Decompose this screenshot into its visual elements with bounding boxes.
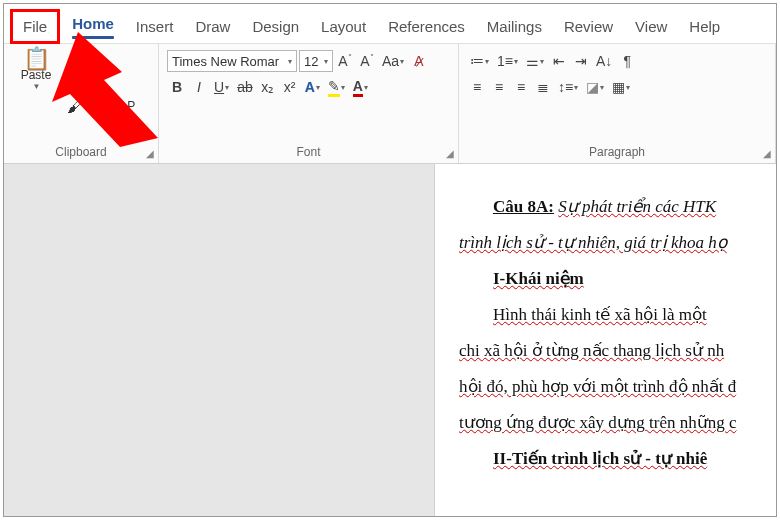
strike-button[interactable]: ab <box>234 76 256 98</box>
highlight-button[interactable]: ✎▾ <box>325 76 348 98</box>
bullets-icon: ≔ <box>470 53 484 69</box>
sort-button[interactable]: A↓ <box>593 50 615 72</box>
numbering-icon: 1≡ <box>497 53 513 69</box>
line-spacing-icon: ↕≡ <box>558 79 573 95</box>
copy-icon: ⧉ <box>65 75 83 93</box>
cut-button[interactable]: ✂ <box>63 52 137 72</box>
scissors-icon: ✂ <box>65 53 83 71</box>
italic-button[interactable]: I <box>189 76 209 98</box>
tab-insert[interactable]: Insert <box>126 12 184 41</box>
pilcrow-icon: ¶ <box>624 53 632 69</box>
group-label-paragraph: Paragraph <box>467 143 767 161</box>
highlight-icon: ✎ <box>328 78 340 97</box>
format-painter-label: Format P <box>86 99 135 113</box>
doc-q-label: Câu 8A: <box>493 197 554 216</box>
superscript-button[interactable]: x² <box>280 76 300 98</box>
brush-icon: 🖌 <box>65 97 83 115</box>
clear-formatting-button[interactable]: A̷ <box>409 50 429 72</box>
paragraph-dialog-launcher[interactable]: ◢ <box>763 148 771 159</box>
align-center-icon: ≡ <box>495 79 503 95</box>
shading-button[interactable]: ◪▾ <box>583 76 607 98</box>
strike-icon: ab <box>237 79 253 95</box>
doc-h2: II-Tiến trình lịch sử - tự nhiê <box>493 449 707 468</box>
doc-p4: tương ứng được xây dựng trên những c <box>459 413 737 432</box>
document-workspace: Câu 8A: Sự phát triển các HTK trình lịch… <box>4 164 776 516</box>
group-paragraph: ≔▾ 1≡▾ ⚌▾ ⇤ ⇥ A↓ ¶ ≡ ≡ ≡ ≣ ↕≡▾ ◪▾ ▦▾ <box>459 44 776 163</box>
doc-p1: Hình thái kinh tế xã hội là một <box>493 305 707 324</box>
clipboard-dialog-launcher[interactable]: ◢ <box>146 148 154 159</box>
change-case-button[interactable]: Aa▾ <box>379 50 407 72</box>
decrease-indent-button[interactable]: ⇤ <box>549 50 569 72</box>
font-name-combo[interactable]: Times New Romar ▾ <box>167 50 297 72</box>
group-clipboard: 📋 Paste ▼ ✂ ⧉ 🖌 Format P <box>4 44 159 163</box>
text-effects-button[interactable]: A▾ <box>302 76 323 98</box>
copy-button[interactable]: ⧉ <box>63 74 137 94</box>
font-dialog-launcher[interactable]: ◢ <box>446 148 454 159</box>
chevron-down-icon: ▼ <box>33 82 41 91</box>
tab-help[interactable]: Help <box>679 12 730 41</box>
tab-layout[interactable]: Layout <box>311 12 376 41</box>
grow-font-icon: A˄ <box>338 53 351 69</box>
align-right-icon: ≡ <box>517 79 525 95</box>
tab-review[interactable]: Review <box>554 12 623 41</box>
tab-home[interactable]: Home <box>62 9 124 45</box>
doc-line2: trình lịch sử - tự nhiên, giá trị khoa h… <box>459 233 727 252</box>
increase-indent-icon: ⇥ <box>575 53 587 69</box>
doc-h1: I-Khái niệm <box>493 269 584 288</box>
justify-icon: ≣ <box>537 79 549 95</box>
show-marks-button[interactable]: ¶ <box>617 50 637 72</box>
numbering-button[interactable]: 1≡▾ <box>494 50 521 72</box>
multilevel-icon: ⚌ <box>526 53 539 69</box>
ribbon: 📋 Paste ▼ ✂ ⧉ 🖌 Format P <box>4 44 776 164</box>
align-left-button[interactable]: ≡ <box>467 76 487 98</box>
page-gutter <box>4 164 434 516</box>
bullets-button[interactable]: ≔▾ <box>467 50 492 72</box>
doc-line1: Sự phát triển các HTK <box>558 197 716 216</box>
underline-icon: U <box>214 79 224 95</box>
subscript-button[interactable]: x₂ <box>258 76 278 98</box>
justify-button[interactable]: ≣ <box>533 76 553 98</box>
superscript-icon: x² <box>284 79 296 95</box>
increase-indent-button[interactable]: ⇥ <box>571 50 591 72</box>
paste-button[interactable]: 📋 Paste ▼ <box>12 50 60 91</box>
sort-icon: A↓ <box>596 53 612 69</box>
italic-icon: I <box>197 79 201 95</box>
tab-design[interactable]: Design <box>242 12 309 41</box>
format-painter-button[interactable]: 🖌 Format P <box>63 96 137 116</box>
clear-formatting-icon: A̷ <box>414 53 424 69</box>
tab-file[interactable]: File <box>10 9 60 44</box>
align-center-button[interactable]: ≡ <box>489 76 509 98</box>
borders-icon: ▦ <box>612 79 625 95</box>
tab-mailings[interactable]: Mailings <box>477 12 552 41</box>
borders-button[interactable]: ▦▾ <box>609 76 633 98</box>
line-spacing-button[interactable]: ↕≡▾ <box>555 76 581 98</box>
underline-button[interactable]: U▾ <box>211 76 232 98</box>
shrink-font-icon: A˅ <box>360 53 373 69</box>
decrease-indent-icon: ⇤ <box>553 53 565 69</box>
tab-view[interactable]: View <box>625 12 677 41</box>
tab-references[interactable]: References <box>378 12 475 41</box>
change-case-icon: Aa <box>382 53 399 69</box>
text-effects-icon: A <box>305 79 315 95</box>
chevron-down-icon: ▾ <box>324 57 328 66</box>
paste-icon: 📋 <box>27 50 45 68</box>
font-color-button[interactable]: A▾ <box>350 76 371 98</box>
shrink-font-button[interactable]: A˅ <box>357 50 377 72</box>
font-size-value: 12 <box>304 54 318 69</box>
font-size-combo[interactable]: 12 ▾ <box>299 50 333 72</box>
group-label-font: Font <box>167 143 450 161</box>
align-right-button[interactable]: ≡ <box>511 76 531 98</box>
ribbon-tabs: File Home Insert Draw Design Layout Refe… <box>4 4 776 44</box>
doc-p2: chi xã hội ở từng nấc thang lịch sử nh <box>459 341 724 360</box>
grow-font-button[interactable]: A˄ <box>335 50 355 72</box>
group-label-clipboard: Clipboard <box>12 143 150 161</box>
font-color-icon: A <box>353 78 363 97</box>
bold-icon: B <box>172 79 182 95</box>
bold-button[interactable]: B <box>167 76 187 98</box>
multilevel-button[interactable]: ⚌▾ <box>523 50 547 72</box>
document-page[interactable]: Câu 8A: Sự phát triển các HTK trình lịch… <box>434 164 776 516</box>
paste-label: Paste <box>21 68 52 82</box>
tab-draw[interactable]: Draw <box>185 12 240 41</box>
subscript-icon: x₂ <box>261 79 274 95</box>
font-name-value: Times New Romar <box>172 54 279 69</box>
